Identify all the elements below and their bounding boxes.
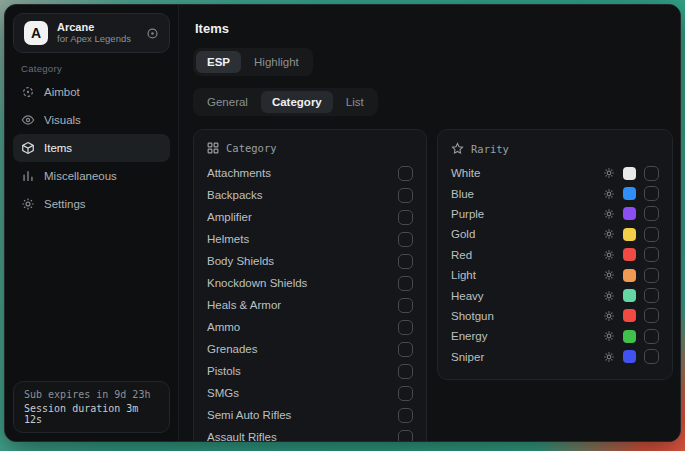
rarity-checkbox[interactable]	[644, 186, 659, 201]
category-row-label: Assault Rifles	[207, 431, 398, 442]
rarity-row-label: Energy	[451, 330, 603, 342]
category-row: Semi Auto Rifles	[207, 404, 413, 426]
rarity-row: Shotgun	[451, 306, 659, 326]
gear-small-icon[interactable]	[603, 290, 615, 302]
sidebar-item-label: Miscellaneous	[44, 170, 117, 182]
category-row-label: Helmets	[207, 233, 398, 245]
category-checkbox[interactable]	[398, 254, 413, 269]
star-icon	[451, 142, 464, 155]
gear-small-icon[interactable]	[603, 269, 615, 281]
category-panel: Category AttachmentsBackpacksAmplifierHe…	[193, 129, 427, 442]
rarity-checkbox[interactable]	[644, 227, 659, 242]
rarity-row: Gold	[451, 224, 659, 244]
sidebar: A Arcane for Apex Legends Category Aimbo…	[5, 5, 179, 441]
color-swatch[interactable]	[623, 289, 636, 302]
mode-toggle: ESPHighlight	[193, 48, 313, 76]
color-swatch[interactable]	[623, 269, 636, 282]
color-swatch[interactable]	[623, 350, 636, 363]
color-swatch[interactable]	[623, 207, 636, 220]
category-row: Heals & Armor	[207, 294, 413, 316]
mode-button-highlight[interactable]: Highlight	[243, 51, 310, 73]
rarity-checkbox[interactable]	[644, 288, 659, 303]
category-panel-title: Category	[226, 142, 277, 154]
rarity-checkbox[interactable]	[644, 308, 659, 323]
category-row: Attachments	[207, 162, 413, 184]
category-checkbox[interactable]	[398, 188, 413, 203]
category-checkbox[interactable]	[398, 210, 413, 225]
category-checkbox[interactable]	[398, 166, 413, 181]
category-checkbox[interactable]	[398, 276, 413, 291]
category-row: Backpacks	[207, 184, 413, 206]
rarity-checkbox[interactable]	[644, 329, 659, 344]
category-row-label: Backpacks	[207, 189, 398, 201]
sidebar-item-label: Aimbot	[44, 86, 80, 98]
category-checkbox[interactable]	[398, 364, 413, 379]
gear-small-icon[interactable]	[603, 351, 615, 363]
gear-small-icon[interactable]	[603, 310, 615, 322]
bars-icon	[21, 169, 35, 183]
target-icon[interactable]	[146, 27, 159, 40]
color-swatch[interactable]	[623, 309, 636, 322]
session-duration-text: Session duration 3m 12s	[24, 403, 159, 425]
tab-list[interactable]: List	[335, 91, 375, 113]
color-swatch[interactable]	[623, 248, 636, 261]
category-checkbox[interactable]	[398, 408, 413, 423]
color-swatch[interactable]	[623, 187, 636, 200]
rarity-row: Red	[451, 245, 659, 265]
rarity-row: Heavy	[451, 285, 659, 305]
category-row-label: Heals & Armor	[207, 299, 398, 311]
category-row: Assault Rifles	[207, 426, 413, 442]
sidebar-item-label: Visuals	[44, 114, 81, 126]
grid-icon	[207, 142, 219, 154]
gear-small-icon[interactable]	[603, 208, 615, 220]
category-row: Ammo	[207, 316, 413, 338]
tab-bar: GeneralCategoryList	[193, 88, 378, 116]
gear-small-icon[interactable]	[603, 167, 615, 179]
page-title: Items	[195, 21, 673, 36]
app-window: A Arcane for Apex Legends Category Aimbo…	[4, 4, 681, 442]
gear-small-icon[interactable]	[603, 249, 615, 261]
category-checkbox[interactable]	[398, 430, 413, 443]
rarity-checkbox[interactable]	[644, 268, 659, 283]
gear-small-icon[interactable]	[603, 228, 615, 240]
rarity-checkbox[interactable]	[644, 166, 659, 181]
mode-button-esp[interactable]: ESP	[196, 51, 241, 73]
rarity-row-label: Purple	[451, 208, 603, 220]
tab-general[interactable]: General	[196, 91, 259, 113]
rarity-panel: Rarity WhiteBluePurpleGoldRedLightHeavyS…	[437, 129, 673, 380]
sub-expiry-text: Sub expires in 9d 23h	[24, 389, 159, 400]
color-swatch[interactable]	[623, 330, 636, 343]
category-row-label: Knockdown Shields	[207, 277, 398, 289]
gear-small-icon[interactable]	[603, 330, 615, 342]
tab-category[interactable]: Category	[261, 91, 333, 113]
color-swatch[interactable]	[623, 167, 636, 180]
rarity-row: Blue	[451, 183, 659, 203]
rarity-row-label: Red	[451, 249, 603, 261]
rarity-row-label: Heavy	[451, 290, 603, 302]
category-row: Pistols	[207, 360, 413, 382]
rarity-row: Light	[451, 265, 659, 285]
rarity-checkbox[interactable]	[644, 206, 659, 221]
category-checkbox[interactable]	[398, 320, 413, 335]
rarity-checkbox[interactable]	[644, 349, 659, 364]
rarity-row: Purple	[451, 204, 659, 224]
sidebar-item-visuals[interactable]: Visuals	[13, 106, 170, 134]
rarity-row: Energy	[451, 326, 659, 346]
color-swatch[interactable]	[623, 228, 636, 241]
gear-small-icon[interactable]	[603, 188, 615, 200]
sidebar-item-aimbot[interactable]: Aimbot	[13, 78, 170, 106]
category-checkbox[interactable]	[398, 232, 413, 247]
category-checkbox[interactable]	[398, 342, 413, 357]
sidebar-item-items[interactable]: Items	[13, 134, 170, 162]
box-icon	[21, 141, 35, 155]
category-row-label: Ammo	[207, 321, 398, 333]
category-row-label: Attachments	[207, 167, 398, 179]
sidebar-item-settings[interactable]: Settings	[13, 190, 170, 218]
rarity-row: Sniper	[451, 347, 659, 367]
category-row-label: SMGs	[207, 387, 398, 399]
rarity-checkbox[interactable]	[644, 247, 659, 262]
category-checkbox[interactable]	[398, 386, 413, 401]
category-checkbox[interactable]	[398, 298, 413, 313]
sidebar-item-miscellaneous[interactable]: Miscellaneous	[13, 162, 170, 190]
category-row: Helmets	[207, 228, 413, 250]
